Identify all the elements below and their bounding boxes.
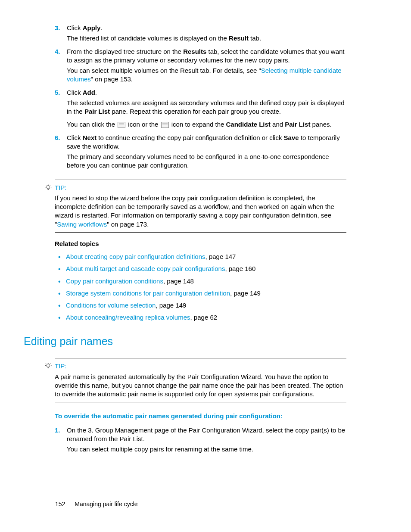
- section-heading-editing-pair-names: Editing pair names: [24, 334, 346, 349]
- divider: [55, 402, 346, 402]
- chapter-title: Managing pair life cycle: [75, 501, 137, 507]
- related-link[interactable]: About creating copy pair configuration d…: [66, 253, 206, 260]
- step-5: 5. Click Add. The selected volumes are a…: [55, 88, 346, 129]
- related-link[interactable]: Storage system conditions for pair confi…: [66, 289, 230, 297]
- lightbulb-icon: [44, 362, 52, 370]
- related-link[interactable]: Copy pair configuration conditions: [66, 277, 163, 285]
- step-detail: The selected volumes are assigned as sec…: [67, 99, 346, 116]
- step-text: Click Apply.: [67, 24, 103, 31]
- divider: [55, 358, 346, 358]
- step-detail: You can select multiple volumes on the R…: [67, 66, 346, 84]
- procedure-steps-2: 1. On the 3. Group Management page of th…: [55, 426, 346, 454]
- step-number: 5.: [55, 88, 60, 97]
- list-item: About creating copy pair configuration d…: [55, 252, 346, 261]
- step-detail-2: You can click the icon or the icon to ex…: [67, 120, 346, 129]
- related-topics: Related topics About creating copy pair …: [55, 240, 346, 322]
- step-number: 6.: [55, 134, 60, 142]
- tip-body: A pair name is generated automatically b…: [55, 373, 346, 399]
- procedure-steps-1: 3. Click Apply. The filtered list of can…: [55, 24, 346, 170]
- step-text: On the 3. Group Management page of the P…: [67, 426, 345, 442]
- step-4: 4. From the displayed tree structure on …: [55, 47, 346, 84]
- step-detail: The filtered list of candidate volumes i…: [67, 34, 346, 43]
- step-text: Click Add.: [67, 89, 97, 96]
- step-text: Click Next to continue creating the copy…: [67, 134, 340, 150]
- list-item: About concealing/revealing replica volum…: [55, 313, 346, 322]
- step-text: From the displayed tree structure on the…: [67, 48, 345, 64]
- divider: [55, 180, 346, 180]
- divider: [55, 232, 346, 233]
- tip-body: If you need to stop the wizard before th…: [55, 194, 346, 229]
- page-footer: 152 Managing pair life cycle: [55, 500, 138, 508]
- svg-line-15: [50, 364, 51, 364]
- tip-header: TIP:: [55, 184, 346, 192]
- step-1: 1. On the 3. Group Management page of th…: [55, 426, 346, 454]
- expand-icon: [118, 122, 125, 128]
- list-item: About multi target and cascade copy pair…: [55, 264, 346, 273]
- step-number: 4.: [55, 47, 60, 56]
- step-6: 6. Click Next to continue creating the c…: [55, 134, 346, 170]
- related-title: Related topics: [55, 240, 346, 248]
- list-item: Storage system conditions for pair confi…: [55, 289, 346, 298]
- tip-label: TIP:: [55, 184, 67, 192]
- tip-block-2: TIP: A pair name is generated automatica…: [55, 358, 346, 402]
- related-link[interactable]: About concealing/revealing replica volum…: [66, 314, 190, 321]
- svg-line-14: [46, 364, 46, 364]
- procedure-title: To override the automatic pair names gen…: [55, 412, 346, 420]
- expand-icon: [161, 122, 169, 128]
- related-list: About creating copy pair configuration d…: [55, 252, 346, 322]
- step-number: 3.: [55, 24, 60, 32]
- step-detail: The primary and secondary volumes need t…: [67, 152, 346, 170]
- svg-point-0: [47, 185, 50, 189]
- related-link[interactable]: Conditions for volume selection: [66, 302, 156, 309]
- list-item: Conditions for volume selection, page 14…: [55, 301, 346, 310]
- tip-block-1: TIP: If you need to stop the wizard befo…: [55, 180, 346, 233]
- lightbulb-icon: [44, 184, 52, 192]
- step-number: 1.: [55, 426, 60, 435]
- tip-header: TIP:: [55, 362, 346, 370]
- tip-label: TIP:: [55, 362, 67, 370]
- step-3: 3. Click Apply. The filtered list of can…: [55, 24, 346, 43]
- document-page: 3. Click Apply. The filtered list of can…: [0, 0, 411, 532]
- list-item: Copy pair configuration conditions, page…: [55, 277, 346, 286]
- related-link[interactable]: About multi target and cascade copy pair…: [66, 265, 225, 272]
- page-number: 152: [55, 501, 65, 507]
- svg-point-8: [47, 364, 50, 367]
- svg-line-7: [50, 185, 51, 185]
- svg-line-6: [46, 185, 46, 185]
- step-detail: You can select multiple copy pairs for r…: [67, 445, 346, 454]
- link-saving-workflows[interactable]: Saving workflows: [57, 221, 107, 228]
